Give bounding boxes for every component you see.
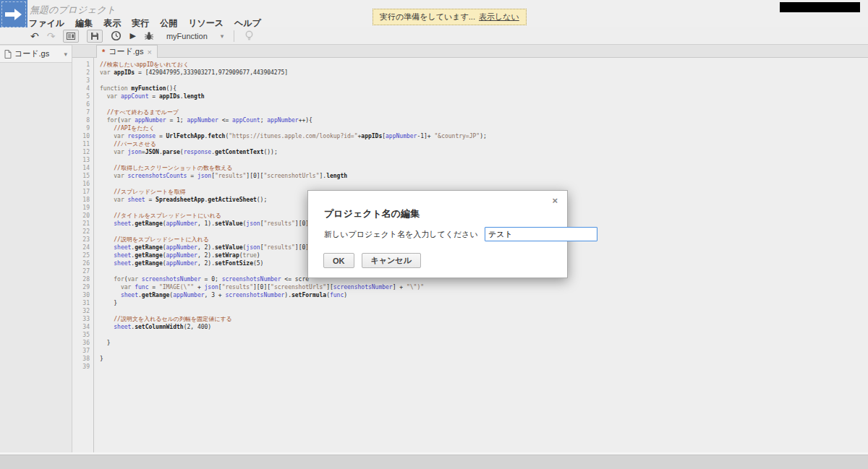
line-number: 30: [72, 291, 93, 299]
line-number: 18: [72, 196, 93, 204]
status-toast: 実行の準備をしています... 表示しない: [373, 9, 527, 25]
line-number: 5: [72, 92, 93, 100]
toolbar-divider: [234, 30, 234, 42]
project-title[interactable]: 無題のプロジェクト: [30, 4, 116, 17]
redacted-account-info: [780, 2, 860, 12]
code-line: sheet.setColumnWidth(2, 400): [100, 323, 868, 331]
code-line: [100, 77, 868, 85]
line-number: 20: [72, 212, 93, 220]
panel-toggle-icon: [67, 32, 75, 40]
line-number: 14: [72, 164, 93, 172]
sidebar-item-code-gs[interactable]: コード.gs ▾: [0, 45, 72, 63]
code-line: sheet.getRange(appNumber, 3 + screenshot…: [100, 291, 868, 299]
gutter: 1234567891011121314151617181920212223242…: [72, 58, 94, 452]
arrow-icon: [5, 8, 22, 21]
line-number: 31: [72, 299, 93, 307]
rename-project-dialog: × プロジェクト名の編集 新しいプロジェクト名を入力してください OK キャンセ…: [307, 190, 568, 278]
execution-log-button[interactable]: [111, 30, 122, 41]
code-line: //すべて終わるまでループ: [100, 108, 868, 116]
line-number: 22: [72, 228, 93, 236]
line-number: 23: [72, 236, 93, 244]
tab-code-gs[interactable]: * コード.gs ×: [96, 45, 158, 58]
code-line: var func = "IMAGE(\"" + json["results"][…: [100, 283, 868, 291]
code-line: //説明文を入れるセルの列幅を固定値にする: [100, 315, 868, 323]
toast-message: 実行の準備をしています...: [380, 12, 475, 22]
line-number: 19: [72, 204, 93, 212]
files-sidebar: コード.gs ▾: [0, 45, 72, 452]
line-number: 13: [72, 156, 93, 164]
redo-icon[interactable]: ↷: [47, 31, 56, 41]
code-line: }: [100, 299, 868, 307]
ok-button[interactable]: OK: [323, 253, 354, 268]
function-select[interactable]: myFunction ▾: [166, 32, 224, 40]
suggestion-button[interactable]: [244, 30, 254, 41]
line-number: 24: [72, 244, 93, 251]
run-button[interactable]: ▶: [129, 31, 135, 40]
code-line: [100, 307, 868, 315]
line-number: 9: [72, 124, 93, 132]
line-number: 36: [72, 339, 93, 347]
line-number: 11: [72, 140, 93, 148]
code-line: [100, 363, 868, 371]
code-line: var json=JSON.parse(response.getContentT…: [100, 148, 868, 156]
line-number: 29: [72, 283, 93, 291]
code-line: //取得したスクリーンショットの数を数える: [100, 164, 868, 172]
code-line: for(var appNumber = 1; appNumber <= appC…: [100, 116, 868, 124]
chevron-down-icon: ▾: [221, 33, 224, 40]
line-number: 1: [72, 61, 93, 69]
selected-function: myFunction: [166, 32, 208, 40]
line-number: 26: [72, 259, 93, 267]
line-number: 33: [72, 315, 93, 323]
status-footer: [0, 455, 868, 469]
line-number: 27: [72, 267, 93, 275]
close-icon[interactable]: ×: [552, 195, 558, 206]
chevron-down-icon[interactable]: ▾: [64, 51, 67, 58]
code-line: function myFunction(){: [100, 85, 868, 92]
toolbar: ↶ ↷ ▶: [0, 27, 868, 45]
code-line: [100, 156, 868, 164]
line-number: 28: [72, 275, 93, 283]
line-number: 21: [72, 220, 93, 228]
code-line: //検索したいappIDをいれておく: [100, 61, 868, 69]
line-number: 35: [72, 331, 93, 339]
tabbar: * コード.gs ×: [72, 45, 868, 58]
line-number: 7: [72, 108, 93, 116]
line-number: 25: [72, 251, 93, 259]
code-line: }: [100, 355, 868, 363]
close-icon[interactable]: ×: [147, 48, 151, 56]
project-name-label: 新しいプロジェクト名を入力してください: [324, 229, 478, 240]
cancel-button[interactable]: キャンセル: [362, 253, 421, 268]
line-number: 16: [72, 180, 93, 188]
project-name-input[interactable]: [485, 227, 597, 241]
save-button[interactable]: [87, 30, 103, 43]
code-line: [100, 347, 868, 355]
line-number: 10: [72, 132, 93, 140]
code-line: var appCount = appIDs.length: [100, 92, 868, 100]
debug-button[interactable]: [144, 31, 154, 41]
line-number: 37: [72, 347, 93, 355]
line-number: 32: [72, 307, 93, 315]
bug-icon: [144, 31, 154, 41]
apps-script-logo: [0, 0, 27, 29]
line-number: 3: [72, 77, 93, 85]
line-number: 15: [72, 172, 93, 180]
code-line: //パースさせる: [100, 140, 868, 148]
lightbulb-icon: [244, 30, 254, 41]
line-number: 8: [72, 116, 93, 124]
toast-dismiss-link[interactable]: 表示しない: [479, 12, 519, 22]
line-number: 17: [72, 188, 93, 196]
undo-icon[interactable]: ↶: [30, 31, 39, 41]
line-number: 12: [72, 148, 93, 156]
line-number: 39: [72, 363, 93, 371]
unsaved-indicator: *: [102, 48, 105, 56]
file-name: コード.gs: [14, 48, 49, 59]
code-line: var appIDs = [429047995,333903271,972909…: [100, 69, 868, 77]
code-line: //APIをたたく: [100, 124, 868, 132]
panel-toggle-button[interactable]: [63, 30, 79, 43]
run-icon: ▶: [129, 31, 135, 40]
code-line: [100, 180, 868, 188]
clock-icon: [111, 30, 122, 41]
code-line: var screenshotsCounts = json["results"][…: [100, 172, 868, 180]
line-number: 34: [72, 323, 93, 331]
file-icon: [4, 50, 12, 59]
